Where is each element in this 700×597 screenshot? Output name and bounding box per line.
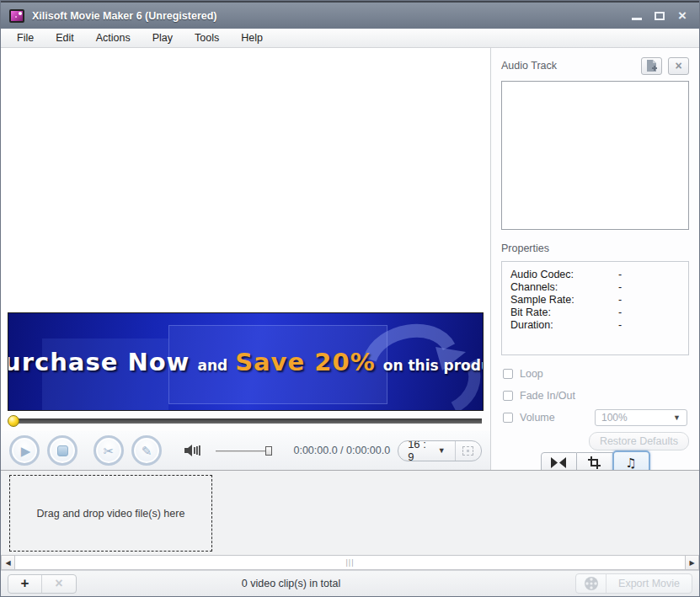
scrollbar-track[interactable]: ||| — [15, 555, 685, 570]
panel-tab-bar: ♫ — [501, 450, 689, 470]
audio-options: Loop Fade In/Out Volume 100% ▼ — [501, 360, 689, 426]
property-label: Channels: — [510, 281, 618, 294]
property-row: Audio Codec: - — [510, 269, 680, 281]
volume-percent-value: 100% — [601, 412, 628, 424]
property-row: Bit Rate: - — [510, 306, 680, 319]
volume-option: Volume 100% ▼ — [503, 409, 687, 426]
tab-crop[interactable] — [577, 452, 613, 471]
purchase-ad-banner[interactable]: Purchase Now and Save 20% on this produc… — [8, 312, 484, 411]
property-row: Duration: - — [510, 319, 680, 332]
video-preview-viewport: Purchase Now and Save 20% on this produc… — [1, 48, 490, 411]
scroll-left-icon: ◀ — [5, 559, 10, 567]
app-window: Xilisoft Movie Maker 6 (Unregistered) × … — [0, 0, 700, 597]
scrollbar-grip-icon: ||| — [345, 558, 354, 567]
seek-bar[interactable] — [9, 418, 482, 424]
maximize-button[interactable] — [653, 9, 666, 23]
minimize-button[interactable] — [630, 9, 644, 23]
chevron-down-icon: ▼ — [438, 446, 446, 455]
menu-actions[interactable]: Actions — [85, 29, 142, 46]
clip-count-status: 0 video clip(s) in total — [1, 578, 581, 589]
audio-panel-title: Audio Track — [501, 60, 635, 72]
stop-button[interactable] — [47, 435, 77, 466]
property-value: - — [618, 281, 622, 294]
scroll-right-icon: ▶ — [689, 559, 694, 567]
property-row: Sample Rate: - — [510, 294, 680, 306]
aspect-ratio-dropdown[interactable]: 16 : 9 ▼ — [398, 441, 456, 461]
clip-cut-button[interactable]: ✂ — [94, 435, 124, 466]
remove-audio-icon: × — [675, 60, 681, 72]
transition-icon — [551, 457, 566, 468]
volume-checkbox[interactable] — [503, 413, 513, 423]
titlebar: Xilisoft Movie Maker 6 (Unregistered) × — [1, 1, 699, 29]
seek-thumb[interactable] — [8, 415, 19, 427]
property-value: - — [618, 294, 622, 306]
time-display: 0:00:00.0 / 0:00:00.0 — [293, 445, 390, 456]
stop-icon — [57, 445, 68, 456]
banner-text: Purchase Now and Save 20% on this produc… — [8, 348, 484, 376]
menu-edit[interactable]: Edit — [45, 29, 85, 46]
volume-slider[interactable] — [216, 445, 272, 456]
tab-audio[interactable]: ♫ — [612, 450, 650, 470]
export-movie-label: Export Movie — [606, 574, 692, 593]
video-dropzone[interactable]: Drag and drop video file(s) here — [9, 475, 212, 552]
volume-percent-dropdown[interactable]: 100% ▼ — [595, 409, 687, 426]
audio-track-list[interactable] — [501, 81, 689, 230]
volume-label: Volume — [520, 412, 555, 424]
fade-checkbox[interactable] — [503, 391, 513, 401]
remove-clip-button[interactable]: × — [42, 575, 76, 593]
add-clip-button[interactable]: + — [8, 575, 42, 593]
fullscreen-icon — [462, 446, 473, 456]
add-audio-file-button[interactable] — [641, 57, 662, 75]
menu-file[interactable]: File — [6, 29, 45, 46]
minimize-icon — [632, 18, 642, 20]
audio-panel-header: Audio Track × — [501, 56, 689, 76]
fade-option: Fade In/Out — [503, 387, 687, 404]
window-title: Xilisoft Movie Maker 6 (Unregistered) — [32, 10, 623, 22]
play-button[interactable]: ▶ — [9, 435, 40, 466]
export-icon-cell — [576, 574, 606, 593]
horizontal-scrollbar: ◀ ||| ▶ — [1, 555, 699, 570]
film-reel-icon — [584, 576, 599, 591]
scroll-left-button[interactable]: ◀ — [1, 555, 15, 570]
main-area: Purchase Now and Save 20% on this produc… — [1, 48, 699, 470]
close-icon: × — [678, 10, 687, 22]
seek-row — [1, 411, 490, 431]
speaker-icon — [184, 444, 201, 457]
plus-icon: + — [21, 575, 29, 592]
fade-label: Fade In/Out — [520, 390, 575, 402]
loop-option: Loop — [503, 365, 687, 382]
fullscreen-button[interactable] — [456, 441, 481, 461]
edit-clip-button[interactable]: ✎ — [131, 435, 162, 466]
property-value: - — [618, 319, 622, 332]
menu-help[interactable]: Help — [230, 29, 274, 46]
close-button[interactable]: × — [676, 9, 689, 23]
aspect-controls: 16 : 9 ▼ — [398, 440, 482, 461]
export-movie-button[interactable]: Export Movie — [575, 573, 692, 594]
aspect-ratio-value: 16 : 9 — [408, 440, 432, 461]
restore-defaults-button[interactable]: Restore Defaults — [589, 432, 689, 450]
property-label: Duration: — [510, 319, 618, 332]
property-row: Channels: - — [510, 281, 680, 294]
scroll-right-button[interactable]: ▶ — [685, 555, 699, 570]
loop-label: Loop — [520, 368, 543, 380]
menu-tools[interactable]: Tools — [184, 29, 230, 46]
play-icon: ▶ — [21, 445, 31, 457]
menubar: File Edit Actions Play Tools Help — [1, 29, 699, 48]
mute-button[interactable] — [184, 444, 201, 457]
loop-checkbox[interactable] — [503, 369, 513, 379]
remove-audio-file-button[interactable]: × — [668, 57, 689, 75]
playback-controls: ▶ ✂ ✎ — [1, 431, 490, 470]
tab-transitions[interactable] — [541, 452, 577, 471]
chevron-down-icon: ▼ — [673, 413, 681, 422]
preview-pane: Purchase Now and Save 20% on this produc… — [1, 48, 491, 470]
properties-title: Properties — [501, 243, 689, 254]
property-label: Sample Rate: — [510, 294, 618, 306]
volume-slider-thumb[interactable] — [265, 446, 272, 456]
banner-purchase-text: Purchase Now — [8, 348, 190, 376]
add-file-icon — [646, 60, 657, 72]
scissors-icon: ✂ — [104, 445, 115, 457]
app-logo-icon — [9, 9, 24, 23]
menu-play[interactable]: Play — [142, 29, 184, 46]
dropzone-label: Drag and drop video file(s) here — [37, 508, 185, 520]
banner-rest-text: on this product — [383, 357, 484, 374]
